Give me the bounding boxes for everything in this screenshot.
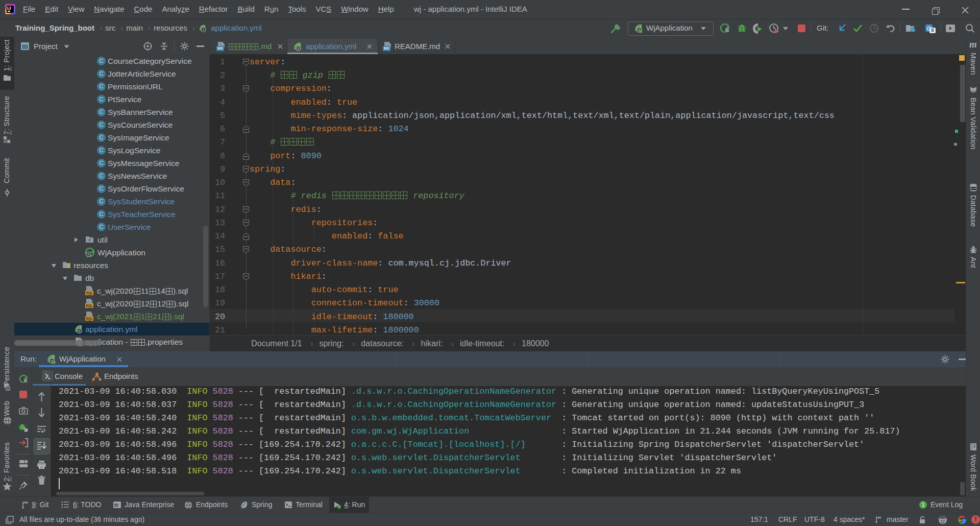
svg-text:EE: EE xyxy=(115,504,119,508)
